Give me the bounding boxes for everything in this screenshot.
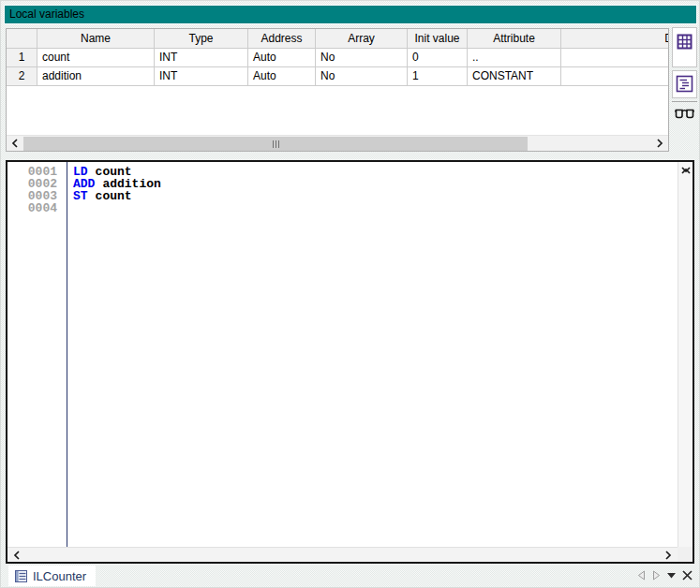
eyeglasses-icon: [675, 109, 694, 119]
find-button[interactable]: [672, 101, 697, 129]
table-hscrollbar[interactable]: [7, 135, 668, 151]
comment-view-button[interactable]: [672, 70, 697, 98]
column-header-init-value[interactable]: Init value: [408, 29, 468, 49]
clipped-header-text: D: [664, 29, 668, 48]
code-area[interactable]: 0001 LDcount 0002 ADDaddition 0003 STcou…: [7, 162, 678, 547]
column-header-array[interactable]: Array: [316, 29, 408, 49]
cell-address[interactable]: Auto: [248, 67, 316, 86]
scrollbar-grip-icon: [276, 140, 276, 148]
line-number: 0004: [7, 202, 64, 214]
scrollbar-thumb[interactable]: [23, 137, 528, 151]
cell-type[interactable]: INT: [155, 67, 248, 86]
cell-init-value[interactable]: 0: [408, 49, 468, 67]
scroll-left-button[interactable]: [7, 136, 22, 151]
tab-label: ILCounter: [33, 569, 86, 583]
column-header-rownum[interactable]: [7, 29, 37, 49]
table-row[interactable]: 1 count INT Auto No 0 ..: [7, 49, 668, 67]
chevron-down-icon: [681, 166, 691, 173]
scrollbar-grip-icon: [273, 140, 274, 148]
editor-hscrollbar[interactable]: [7, 547, 678, 562]
column-header-attribute[interactable]: Attribute: [468, 29, 561, 49]
scroll-down-button[interactable]: [678, 162, 693, 177]
column-header-address[interactable]: Address: [248, 29, 316, 49]
table-row[interactable]: 2 addition INT Auto No 1 CONSTANT: [7, 67, 668, 86]
chevron-left-icon: [11, 139, 19, 148]
local-variables-panel: Local variables Name Type Address Array …: [0, 0, 700, 588]
cell-name[interactable]: count: [37, 49, 155, 67]
triangle-down-icon: [667, 573, 676, 579]
table-view-button[interactable]: [672, 27, 697, 67]
editor-vscrollbar[interactable]: [678, 162, 693, 547]
scroll-left-button[interactable]: [9, 548, 24, 563]
il-program-icon: [15, 570, 27, 582]
chevron-right-icon: [664, 551, 672, 560]
close-icon: [682, 570, 693, 581]
cell-attribute[interactable]: ..: [468, 49, 561, 67]
cell-array[interactable]: No: [316, 67, 408, 86]
cell-description[interactable]: [561, 67, 668, 86]
column-header-name[interactable]: Name: [37, 29, 155, 49]
tab-ilcounter[interactable]: ILCounter: [8, 566, 96, 586]
side-toolbar: [672, 27, 697, 129]
code-text: STcount: [64, 190, 132, 202]
code-line[interactable]: 0004: [7, 202, 678, 214]
tab-scroll-right-button[interactable]: [652, 570, 661, 581]
cell-address[interactable]: Auto: [248, 49, 316, 67]
scrollbar-grip-icon: [278, 140, 279, 148]
cell-attribute[interactable]: CONSTANT: [468, 67, 561, 86]
code-line[interactable]: 0003 STcount: [7, 190, 678, 202]
scrollbar-corner: [678, 547, 693, 562]
variables-table: Name Type Address Array Init value Attri…: [6, 28, 669, 152]
chevron-right-icon: [656, 139, 663, 148]
tab-navigation: [637, 570, 693, 581]
scroll-right-button[interactable]: [661, 548, 676, 563]
gutter-separator: [67, 162, 67, 547]
scroll-right-button[interactable]: [652, 136, 667, 151]
panel-title: Local variables: [4, 5, 697, 24]
document-lines-icon: [676, 75, 693, 93]
cell-array[interactable]: No: [316, 49, 408, 67]
document-tab-bar: ILCounter: [1, 562, 699, 587]
tab-list-button[interactable]: [667, 573, 676, 579]
il-code-editor[interactable]: 0001 LDcount 0002 ADDaddition 0003 STcou…: [6, 160, 694, 564]
table-grid-icon: [677, 34, 693, 50]
triangle-left-icon: [637, 570, 646, 581]
row-number-cell[interactable]: 2: [7, 67, 37, 86]
column-header-clipped[interactable]: D: [561, 29, 668, 49]
chevron-left-icon: [13, 551, 21, 560]
cell-type[interactable]: INT: [155, 49, 248, 67]
tab-close-button[interactable]: [682, 570, 693, 581]
row-number-cell[interactable]: 1: [7, 49, 37, 67]
table-header-row: Name Type Address Array Init value Attri…: [7, 29, 668, 49]
column-header-type[interactable]: Type: [155, 29, 248, 49]
triangle-right-icon: [652, 570, 661, 581]
tab-scroll-left-button[interactable]: [637, 570, 646, 581]
cell-init-value[interactable]: 1: [408, 67, 468, 86]
code-text: [64, 202, 73, 214]
cell-description[interactable]: [561, 49, 668, 67]
cell-name[interactable]: addition: [37, 67, 155, 86]
